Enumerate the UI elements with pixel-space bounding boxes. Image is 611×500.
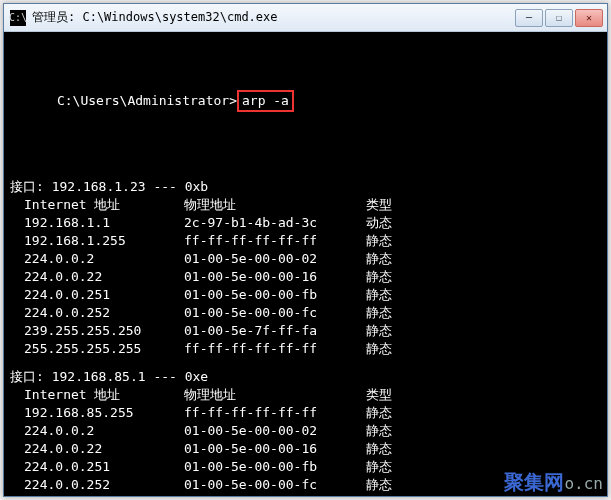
arp-ip: 224.0.0.22 [10, 440, 184, 458]
window-buttons: ─ ☐ ✕ [515, 9, 603, 27]
arp-ip: 255.255.255.255 [10, 340, 184, 358]
arp-row: 224.0.0.2201-00-5e-00-00-16静态 [10, 440, 601, 458]
arp-ip: 224.0.0.22 [10, 268, 184, 286]
cmd-window: C:\ 管理员: C:\Windows\system32\cmd.exe ─ ☐… [3, 3, 608, 497]
col-header-mac: 物理地址 [184, 386, 366, 404]
arp-row: 239.255.255.25001-00-5e-7f-ff-fa静态 [10, 322, 601, 340]
maximize-button[interactable]: ☐ [545, 9, 573, 27]
arp-type: 静态 [366, 304, 426, 322]
arp-row: 192.168.1.12c-97-b1-4b-ad-3c动态 [10, 214, 601, 232]
arp-mac: ff-ff-ff-ff-ff-ff [184, 340, 366, 358]
interface-header: 接口: 192.168.1.23 --- 0xb [10, 178, 601, 196]
arp-mac: 01-00-5e-00-00-16 [184, 268, 366, 286]
arp-type: 静态 [366, 422, 426, 440]
arp-ip: 224.0.0.251 [10, 286, 184, 304]
arp-row: 224.0.0.25201-00-5e-00-00-fc静态 [10, 476, 601, 494]
close-button[interactable]: ✕ [575, 9, 603, 27]
arp-row: 239.255.255.25001-00-5e-7f-ff-fa静态 [10, 494, 601, 496]
col-header-type: 类型 [366, 386, 426, 404]
arp-ip: 224.0.0.252 [10, 304, 184, 322]
arp-row: 192.168.1.255ff-ff-ff-ff-ff-ff静态 [10, 232, 601, 250]
arp-ip: 192.168.1.255 [10, 232, 184, 250]
col-header-mac: 物理地址 [184, 196, 366, 214]
col-header-ip: Internet 地址 [10, 386, 184, 404]
arp-type: 静态 [366, 250, 426, 268]
arp-row: 224.0.0.25201-00-5e-00-00-fc静态 [10, 304, 601, 322]
arp-mac: ff-ff-ff-ff-ff-ff [184, 404, 366, 422]
arp-mac: 01-00-5e-00-00-02 [184, 422, 366, 440]
arp-type: 静态 [366, 458, 426, 476]
arp-mac: ff-ff-ff-ff-ff-ff [184, 232, 366, 250]
arp-type: 静态 [366, 494, 426, 496]
arp-ip: 224.0.0.2 [10, 422, 184, 440]
arp-mac: 01-00-5e-00-00-16 [184, 440, 366, 458]
arp-row: 224.0.0.201-00-5e-00-00-02静态 [10, 250, 601, 268]
arp-type: 静态 [366, 340, 426, 358]
arp-type: 静态 [366, 440, 426, 458]
arp-type: 静态 [366, 476, 426, 494]
arp-ip: 239.255.255.250 [10, 494, 184, 496]
arp-ip: 192.168.1.1 [10, 214, 184, 232]
titlebar[interactable]: C:\ 管理员: C:\Windows\system32\cmd.exe ─ ☐… [4, 4, 607, 32]
command-highlight: arp -a [237, 90, 294, 112]
arp-row: 224.0.0.201-00-5e-00-00-02静态 [10, 422, 601, 440]
arp-table: 接口: 192.168.1.23 --- 0xbInternet 地址物理地址类… [10, 178, 601, 496]
arp-type: 静态 [366, 286, 426, 304]
arp-mac: 01-00-5e-00-00-fb [184, 458, 366, 476]
arp-mac: 01-00-5e-00-00-fc [184, 304, 366, 322]
arp-row: 224.0.0.2201-00-5e-00-00-16静态 [10, 268, 601, 286]
arp-mac: 01-00-5e-00-00-fc [184, 476, 366, 494]
col-header-type: 类型 [366, 196, 426, 214]
arp-ip: 224.0.0.2 [10, 250, 184, 268]
column-header-row: Internet 地址物理地址类型 [10, 386, 601, 404]
arp-type: 动态 [366, 214, 426, 232]
arp-mac: 01-00-5e-7f-ff-fa [184, 494, 366, 496]
arp-row: 255.255.255.255ff-ff-ff-ff-ff-ff静态 [10, 340, 601, 358]
arp-ip: 192.168.85.255 [10, 404, 184, 422]
arp-row: 224.0.0.25101-00-5e-00-00-fb静态 [10, 458, 601, 476]
arp-row: 192.168.85.255ff-ff-ff-ff-ff-ff静态 [10, 404, 601, 422]
arp-type: 静态 [366, 322, 426, 340]
arp-mac: 01-00-5e-00-00-fb [184, 286, 366, 304]
arp-row: 224.0.0.25101-00-5e-00-00-fb静态 [10, 286, 601, 304]
arp-mac: 01-00-5e-00-00-02 [184, 250, 366, 268]
minimize-button[interactable]: ─ [515, 9, 543, 27]
arp-ip: 224.0.0.251 [10, 458, 184, 476]
interface-header: 接口: 192.168.85.1 --- 0xe [10, 368, 601, 386]
column-header-row: Internet 地址物理地址类型 [10, 196, 601, 214]
window-title: 管理员: C:\Windows\system32\cmd.exe [32, 9, 515, 26]
col-header-ip: Internet 地址 [10, 196, 184, 214]
arp-ip: 224.0.0.252 [10, 476, 184, 494]
terminal-output[interactable]: C:\Users\Administrator>arp -a 接口: 192.16… [4, 32, 607, 496]
arp-mac: 2c-97-b1-4b-ad-3c [184, 214, 366, 232]
arp-type: 静态 [366, 268, 426, 286]
arp-ip: 239.255.255.250 [10, 322, 184, 340]
prompt: C:\Users\Administrator> [57, 93, 237, 108]
cmd-icon: C:\ [10, 10, 26, 26]
arp-mac: 01-00-5e-7f-ff-fa [184, 322, 366, 340]
arp-type: 静态 [366, 232, 426, 250]
arp-type: 静态 [366, 404, 426, 422]
